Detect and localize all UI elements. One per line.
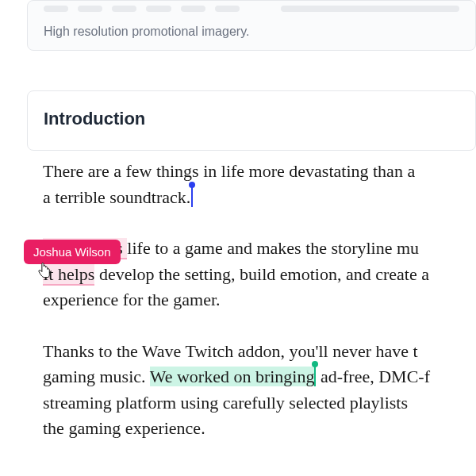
placeholder-pill — [146, 6, 171, 12]
paragraph-3[interactable]: Thanks to the Wave Twitch addon, you'll … — [43, 339, 476, 442]
placeholder-pill — [78, 6, 102, 12]
text-run: gaming music. — [43, 367, 150, 386]
placeholder-pill — [215, 6, 240, 12]
collaborator-cursor-green — [314, 366, 316, 386]
text-run-highlighted: We worked on bringing — [150, 367, 315, 386]
pointer-cursor-icon — [36, 262, 52, 283]
placeholder-pill — [181, 6, 205, 12]
introduction-heading: Introduction — [44, 109, 459, 129]
placeholder-pill — [112, 6, 136, 12]
document-body[interactable]: Joshua Wilson There are a few things in … — [27, 159, 476, 442]
placeholder-bar — [281, 6, 459, 12]
text-run: a terrible soundtrack. — [43, 187, 190, 207]
text-run: Thanks to the Wave Twitch addon, you'll … — [43, 341, 418, 361]
text-run: There are a few things in life more deva… — [43, 161, 415, 181]
text-run: experience for the gamer. — [43, 290, 221, 309]
image-placeholder-card: High resolution promotional imagery. — [27, 0, 476, 51]
collaborator-cursor-blue — [191, 186, 193, 207]
image-caption: High resolution promotional imagery. — [44, 25, 459, 39]
text-run: develop the setting, build emotion, and … — [94, 264, 429, 284]
collaborator-badge[interactable]: Joshua Wilson — [24, 240, 121, 264]
placeholder-row — [44, 6, 459, 12]
text-run: streaming platform using carefully selec… — [43, 393, 408, 413]
text-run: ad-free, DMC-f — [316, 367, 430, 386]
placeholder-pill — [44, 6, 68, 12]
introduction-header-card: Introduction — [27, 90, 476, 151]
paragraph-1[interactable]: There are a few things in life more deva… — [43, 159, 476, 210]
text-run: life to a game and makes the storyline m… — [127, 238, 419, 258]
text-run: the gaming experience. — [43, 418, 205, 438]
